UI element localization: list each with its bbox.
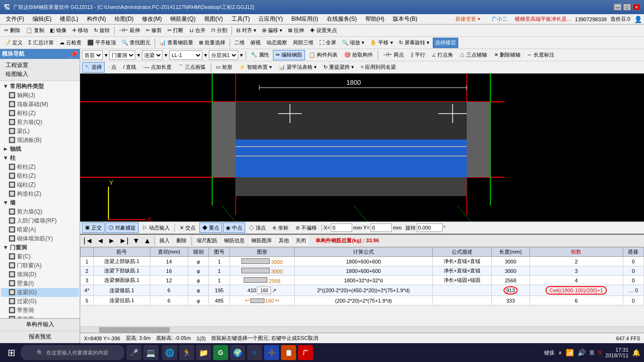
sidebar-item-hidden-beam[interactable]: 🔲 暗梁(A) bbox=[1, 225, 79, 234]
edge-icon[interactable]: 🌐 bbox=[162, 345, 177, 360]
search-placeholder[interactable]: 在这里输入你要搜索的内容 bbox=[46, 349, 108, 356]
element-type-select[interactable]: 门窗洞 bbox=[109, 50, 135, 60]
menu-cloud[interactable]: 云应用(Y) bbox=[255, 14, 287, 24]
view-rebar-button[interactable]: 📊 查看钢筋量 bbox=[157, 38, 196, 48]
menu-file[interactable]: 文件(F) bbox=[2, 14, 28, 24]
glodon-icon[interactable]: 广 bbox=[298, 345, 313, 360]
top-view-button[interactable]: 俯视 bbox=[248, 38, 263, 48]
menu-rebar[interactable]: 钢筋量(Q) bbox=[166, 14, 199, 24]
zoom-button[interactable]: 🔍 缩放 ▾ bbox=[339, 38, 367, 48]
length-mark-button[interactable]: ↔ 长度标注 bbox=[524, 50, 557, 60]
sidebar-item-band-opening[interactable]: 🔲 带形洞 bbox=[1, 306, 79, 315]
nav-last-button[interactable]: ►| bbox=[118, 237, 130, 245]
cortana-search[interactable]: 🔍 在这里输入你要搜索的内容 bbox=[21, 345, 124, 360]
no-shift-button[interactable]: ⊘ 不偏移 bbox=[293, 222, 320, 233]
menu-modify[interactable]: 修改(M) bbox=[138, 14, 165, 24]
mirror-button[interactable]: ◧ 镜像 bbox=[48, 25, 69, 36]
user-icon[interactable]: 👤 bbox=[634, 16, 642, 23]
extend-button[interactable]: ⊣⊢ 延伸 bbox=[116, 25, 142, 36]
scale-rebar-button[interactable]: 缩尺配筋 bbox=[194, 236, 220, 246]
taskbar-network-icon[interactable]: 📶 bbox=[566, 349, 574, 356]
angle-button[interactable]: ∠ 打点角 bbox=[429, 50, 456, 60]
menu-draw[interactable]: 绘图(D) bbox=[111, 14, 138, 24]
report-preview-button[interactable]: 报表预览 bbox=[0, 331, 80, 343]
break-button[interactable]: ✂ 打断 bbox=[165, 25, 186, 36]
h-scrollbar[interactable] bbox=[80, 326, 644, 333]
title-bar-right[interactable]: — □ ✕ bbox=[614, 4, 640, 10]
h-scroll-thumb[interactable] bbox=[99, 327, 170, 333]
insert-button[interactable]: 插入 bbox=[157, 236, 173, 246]
sidebar-item-wall-opening[interactable]: 🔲 墙洞(D) bbox=[1, 270, 79, 279]
nav-up-button[interactable]: ▲ bbox=[142, 237, 153, 245]
point-length-button[interactable]: ·— 点加长度 bbox=[140, 62, 174, 73]
menu-view[interactable]: 视图(V) bbox=[200, 14, 227, 24]
close-panel-button[interactable]: 关闭 bbox=[293, 236, 309, 246]
table-row[interactable]: 5 连梁拉筋.1 6 φ 485 ↩ 160 ↪ bbox=[81, 296, 644, 305]
object-snap-button[interactable]: ◎ 对象捕捉 bbox=[106, 222, 139, 233]
edit-rebar-button[interactable]: ✏ 编辑钢筋 bbox=[273, 50, 305, 60]
pan-button[interactable]: ✋ 平移 ▾ bbox=[368, 38, 395, 48]
split-button[interactable]: ⊓ 分割 bbox=[209, 25, 230, 36]
three-point-axis-button[interactable]: △ 三点辅轴 bbox=[457, 50, 490, 60]
new-change-button[interactable]: 新建变更 ▾ bbox=[452, 15, 484, 24]
menu-bim[interactable]: BIM应用(I) bbox=[288, 14, 322, 24]
close-button[interactable]: ✕ bbox=[633, 4, 640, 10]
table-row[interactable]: 1 连梁上部纵筋.1 14 φ 1 3000 1800+600+600 净长+直… bbox=[81, 257, 644, 266]
delete-button[interactable]: ✂ 删除 bbox=[2, 25, 23, 36]
sidebar-item-shear-wall[interactable]: 🔲 剪力墙(Q) bbox=[1, 118, 79, 127]
grip-button[interactable]: ◈ 设置夹点 bbox=[307, 25, 339, 36]
app-g-icon[interactable]: G bbox=[213, 345, 228, 360]
sidebar-group-column[interactable]: ▼ 柱 bbox=[1, 154, 79, 163]
menu-component[interactable]: 构件(N) bbox=[83, 14, 110, 24]
sidebar-group-wall[interactable]: ▼ 墙 bbox=[1, 198, 79, 207]
sidebar-item-blast-wall[interactable]: 🔲 人防门槛墙(RF) bbox=[1, 216, 79, 225]
sidebar-item-door-window[interactable]: 🔲 门联窗(A) bbox=[1, 261, 79, 270]
sidebar-group-axis[interactable]: ► 轴线 bbox=[1, 145, 79, 154]
sidebar-item-engineering[interactable]: 工程设置 bbox=[4, 61, 76, 70]
stretch-button[interactable]: ⊠ 拉伸 bbox=[286, 25, 306, 36]
point-button[interactable]: · 点 bbox=[106, 62, 119, 73]
trim-button[interactable]: ✂ 修剪 bbox=[143, 25, 164, 36]
line-button[interactable]: / 直线 bbox=[120, 62, 139, 73]
maximize-button[interactable]: □ bbox=[623, 4, 631, 10]
align-button[interactable]: ⊟ 对齐 ▾ bbox=[234, 25, 259, 36]
offset-button[interactable]: ⊞ 偏移 ▾ bbox=[260, 25, 285, 36]
apply-same-beam-button[interactable]: = 应用到同名梁 bbox=[358, 62, 399, 73]
rebar-info-button[interactable]: 钢筋信息 bbox=[221, 236, 248, 246]
note-icon[interactable]: 📋 bbox=[281, 345, 296, 360]
taskbar-notification[interactable]: 🔔 bbox=[632, 349, 640, 356]
sidebar-item-frame-col2[interactable]: 🔲 框柱(Z) bbox=[1, 163, 79, 172]
plus-icon[interactable]: ➕ bbox=[264, 345, 279, 360]
midpoint-button[interactable]: ◆ 重点 bbox=[199, 222, 222, 233]
sidebar-item-beam[interactable]: 🔲 梁(L) bbox=[1, 127, 79, 136]
menu-edit[interactable]: 编辑(E) bbox=[29, 14, 55, 24]
single-element-input-button[interactable]: 单构件输入 bbox=[0, 319, 80, 331]
ie2-icon[interactable]: e bbox=[247, 345, 262, 360]
menu-version[interactable]: 版本号(B) bbox=[389, 14, 421, 24]
dynamic-view-button[interactable]: 动态观察 bbox=[264, 38, 289, 48]
sidebar-item-end-col[interactable]: 🔲 端柱(Z) bbox=[1, 181, 79, 189]
smart-layout-button[interactable]: ⚡ 智能布置 ▾ bbox=[236, 62, 275, 73]
rect-button[interactable]: ▭ 矩形 bbox=[213, 62, 235, 73]
menu-online[interactable]: 在线服务(S) bbox=[323, 14, 361, 24]
ie-icon[interactable]: 🌍 bbox=[230, 345, 245, 360]
merge-button[interactable]: ⊔ 合并 bbox=[187, 25, 208, 36]
center-button[interactable]: ◉ 中点 bbox=[223, 222, 245, 233]
sidebar-item-axis[interactable]: 🔲 轴网(J) bbox=[1, 91, 79, 100]
start-button[interactable]: ⊞ bbox=[4, 345, 19, 360]
sidebar-group-opening[interactable]: ▼ 门窗洞 bbox=[1, 243, 79, 252]
find-element-button[interactable]: 🔍 查找图元 bbox=[119, 38, 153, 48]
arc-button[interactable]: ⌒ 三点画弧 bbox=[175, 62, 208, 73]
menu-help[interactable]: 帮助(H) bbox=[362, 14, 388, 24]
nav-down-button[interactable]: ▼ bbox=[131, 237, 141, 245]
nav-prev-button[interactable]: ◄ bbox=[95, 237, 106, 245]
ortho-button[interactable]: ▣ 正交 bbox=[82, 222, 105, 233]
promo-button[interactable]: 广小二 bbox=[488, 15, 511, 24]
task-view-button[interactable]: 💻 bbox=[143, 345, 158, 360]
nav-next-button[interactable]: ► bbox=[107, 237, 117, 245]
table-row-selected[interactable]: 4* 连梁箍筋.1 6 φ 195 410 ↗ bbox=[81, 285, 644, 296]
sidebar-item-band-window[interactable]: 🔲 带形窗 bbox=[1, 315, 79, 318]
delete-axis-button[interactable]: ✕ 删除辅轴 bbox=[491, 50, 523, 60]
2d-button[interactable]: 二维 bbox=[232, 38, 247, 48]
sidebar-item-struct-col[interactable]: 🔲 构造柱(Z) bbox=[1, 189, 79, 198]
